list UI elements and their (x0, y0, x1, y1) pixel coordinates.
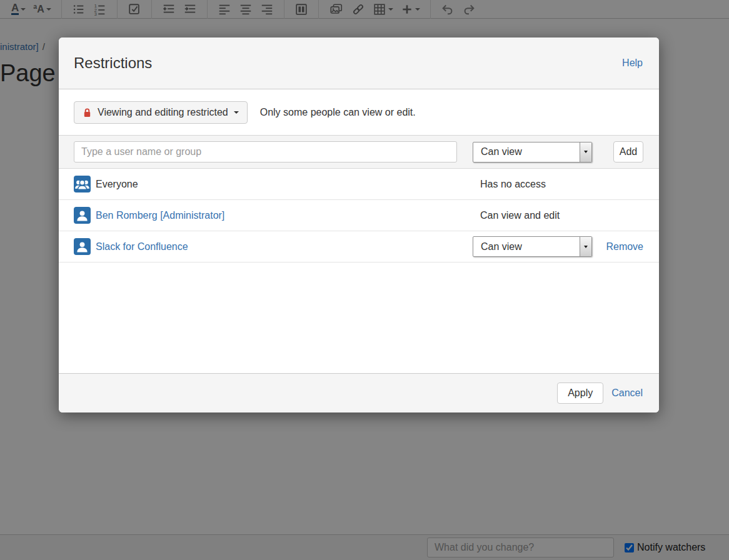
permission-select[interactable]: Can view (473, 142, 592, 162)
dialog-footer: Apply Cancel (59, 373, 659, 412)
group-avatar-icon (74, 176, 91, 192)
restriction-entry-everyone: Everyone Has no access (59, 169, 659, 200)
chevron-down-icon (234, 111, 239, 114)
dialog-empty-area (59, 262, 659, 373)
dialog-header: Restrictions Help (59, 38, 659, 89)
restriction-type-label: Viewing and editing restricted (98, 107, 228, 118)
entry-name-link[interactable]: Ben Romberg [Administrator] (96, 210, 224, 221)
entry-access: Has no access (473, 179, 643, 190)
chevron-down-icon (584, 246, 588, 248)
user-avatar-icon (74, 238, 91, 255)
restriction-entry-app: Slack for Confluence Can view Remove (59, 231, 659, 262)
restriction-selector-row: Viewing and editing restricted Only some… (59, 89, 659, 135)
user-search-input[interactable] (74, 141, 457, 162)
select-dropdown-button[interactable] (580, 237, 591, 256)
access-level-text: Can view and edit (473, 210, 560, 221)
entry-access: Can view Remove (473, 236, 643, 257)
access-level-text: Has no access (473, 179, 546, 190)
remove-link[interactable]: Remove (606, 241, 643, 252)
permission-select-value: Can view (473, 142, 580, 162)
add-button[interactable]: Add (613, 141, 643, 162)
user-avatar-icon (74, 207, 91, 224)
entry-access: Can view and edit (473, 210, 643, 221)
entry-name-link[interactable]: Slack for Confluence (96, 241, 188, 252)
restriction-entry-user: Ben Romberg [Administrator] Can view and… (59, 200, 659, 231)
apply-button[interactable]: Apply (557, 382, 603, 404)
restriction-description: Only some people can view or edit. (260, 107, 416, 118)
chevron-down-icon (584, 151, 588, 153)
dialog-title: Restrictions (74, 54, 152, 72)
entry-name: Everyone (96, 179, 138, 190)
cancel-link[interactable]: Cancel (611, 388, 643, 399)
restriction-type-dropdown[interactable]: Viewing and editing restricted (74, 101, 248, 124)
restrictions-dialog: Restrictions Help Viewing and editing re… (59, 38, 659, 412)
select-dropdown-button[interactable] (580, 142, 591, 162)
help-link[interactable]: Help (622, 58, 643, 69)
entry-permission-select[interactable]: Can view (473, 236, 592, 257)
lock-icon (83, 108, 92, 118)
entry-permission-value: Can view (473, 237, 580, 256)
add-restriction-row: Can view Add (59, 135, 659, 169)
